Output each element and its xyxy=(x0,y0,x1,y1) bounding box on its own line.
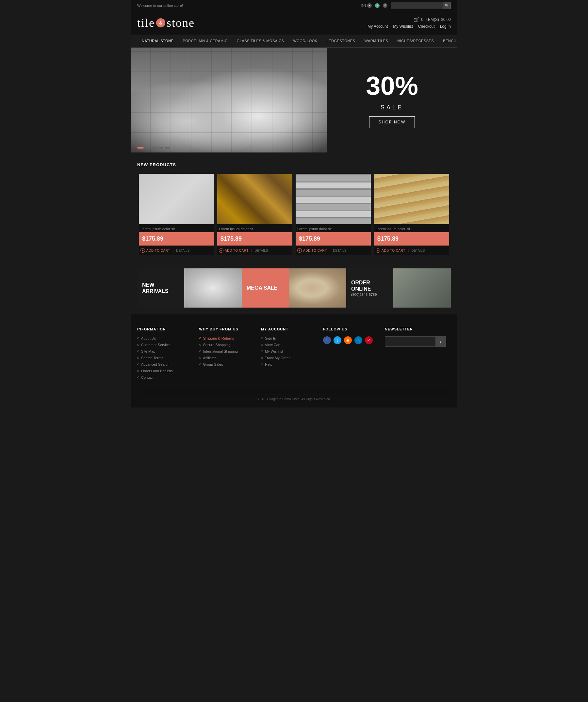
top-bar: Welcome to our online store! EN ▾ $ ⚙ 🔍 xyxy=(131,0,457,11)
footer-dot xyxy=(261,350,263,352)
search-button[interactable]: 🔍 xyxy=(443,2,451,9)
slide-dot-1[interactable] xyxy=(137,147,144,148)
footer-help[interactable]: Help xyxy=(261,362,313,366)
top-search[interactable]: 🔍 xyxy=(391,2,451,9)
twitter-icon[interactable]: t xyxy=(333,336,341,344)
footer-contact[interactable]: Contact xyxy=(137,375,189,379)
hero-dots xyxy=(137,147,170,148)
product-price-3: $175.89 xyxy=(296,232,371,246)
product-image-4[interactable] xyxy=(374,174,449,224)
language-selector[interactable]: EN ▾ xyxy=(361,3,372,8)
add-icon-2: + xyxy=(219,248,223,253)
footer-orders-returns[interactable]: Orders and Returns xyxy=(137,369,189,373)
nav-benches[interactable]: BENCHES xyxy=(438,35,457,47)
footer-my-wishlist[interactable]: My Wishlist xyxy=(261,349,313,353)
product-image-2[interactable] xyxy=(217,174,292,224)
newsletter-submit-button[interactable]: › xyxy=(435,336,446,347)
lang-icon[interactable]: ▾ xyxy=(367,3,372,8)
footer-information: INFORMATION About Us Customer Service Si… xyxy=(137,327,194,382)
rss-icon[interactable]: ◉ xyxy=(344,336,352,344)
footer-follow-us: FOLLOW US f t ◉ in P xyxy=(318,327,380,382)
details-link-3[interactable]: DETAILS xyxy=(333,249,346,252)
add-to-cart-btn-3[interactable]: + ADD TO CART xyxy=(297,248,327,253)
product-card-2: Lorem ipsum dolor sit $175.89 + ADD TO C… xyxy=(217,174,292,255)
cart-items-count: 0 ITEM(S) xyxy=(421,17,439,22)
hero-text-panel: 30% SALE SHOP NOW xyxy=(327,48,457,152)
product-image-3[interactable] xyxy=(296,174,371,224)
site-header: tile & stone 🛒 0 ITEM(S) $0.00 My Accoun… xyxy=(131,11,457,35)
slide-dot-3[interactable] xyxy=(152,147,157,148)
footer-track-order[interactable]: Track My Order xyxy=(261,356,313,360)
nav-ledgestones[interactable]: LEDGESTONES xyxy=(322,35,360,47)
footer-about[interactable]: About Us xyxy=(137,336,189,340)
top-bar-right: EN ▾ $ ⚙ 🔍 xyxy=(361,2,451,9)
site-footer: INFORMATION About Us Customer Service Si… xyxy=(131,314,457,407)
product-image-1[interactable] xyxy=(139,174,214,224)
slide-dot-4[interactable] xyxy=(159,147,163,148)
currency-icon[interactable]: $ xyxy=(375,3,380,8)
banner-mega-sale-title: MEGA SALE xyxy=(247,285,278,291)
footer-newsletter: NEWSLETTER › xyxy=(380,327,451,382)
login-link[interactable]: Log In xyxy=(440,24,451,29)
banner-new-arrivals-image xyxy=(184,268,242,308)
banner-order-online[interactable]: ORDER ONLINE (800)2345-6789 xyxy=(346,268,451,308)
footer-view-cart[interactable]: View Cart xyxy=(261,343,313,347)
add-to-cart-btn-1[interactable]: + ADD TO CART xyxy=(140,248,170,253)
footer-advanced-search[interactable]: Advanced Search xyxy=(137,362,189,366)
footer-site-map[interactable]: Site Map xyxy=(137,349,189,353)
newsletter-input[interactable] xyxy=(385,336,435,347)
cart-total: $0.00 xyxy=(441,17,451,22)
nav-glass-tiles[interactable]: GLASS TILES & MOSAICS xyxy=(232,35,289,47)
slide-dot-2[interactable] xyxy=(145,147,150,148)
lang-label[interactable]: EN xyxy=(361,4,366,7)
add-to-cart-btn-2[interactable]: + ADD TO CART xyxy=(219,248,249,253)
footer-shipping-returns[interactable]: Shipping & Returns xyxy=(199,336,252,340)
footer-dot-coral xyxy=(199,337,201,339)
details-link-2[interactable]: DETAILS xyxy=(255,249,268,252)
facebook-icon[interactable]: f xyxy=(323,336,331,344)
my-wishlist-link[interactable]: My Wishlist xyxy=(393,24,413,29)
banner-mega-sale-image xyxy=(289,268,346,308)
my-account-link[interactable]: My Account xyxy=(368,24,388,29)
footer-international[interactable]: International Shipping xyxy=(199,349,252,353)
footer-dot xyxy=(199,363,201,365)
add-icon-3: + xyxy=(297,248,302,253)
banner-section: NEW ARRIVALS MEGA SALE ORDER ONLINE (800… xyxy=(137,268,451,308)
nav-warm-tiles[interactable]: WARM TILES xyxy=(360,35,393,47)
nav-natural-stone[interactable]: NATURAL STONE xyxy=(137,35,178,47)
footer-columns: INFORMATION About Us Customer Service Si… xyxy=(137,327,451,392)
pinterest-icon[interactable]: P xyxy=(365,336,373,344)
checkout-link[interactable]: Checkout xyxy=(418,24,435,29)
details-link-1[interactable]: DETAILS xyxy=(176,249,189,252)
shop-now-button[interactable]: SHOP NOW xyxy=(369,116,415,128)
search-input[interactable] xyxy=(391,2,443,9)
footer-dot xyxy=(261,344,263,346)
product-actions-4: + ADD TO CART | DETAILS xyxy=(374,246,449,255)
product-price-4: $175.89 xyxy=(374,232,449,246)
footer-sign-in[interactable]: Sign In xyxy=(261,336,313,340)
settings-icon[interactable]: ⚙ xyxy=(383,3,387,8)
footer-search-terms[interactable]: Search Terms xyxy=(137,356,189,360)
slide-dot-5[interactable] xyxy=(165,147,170,148)
nav-niches[interactable]: NICHES/RECESSES xyxy=(393,35,438,47)
cart-info[interactable]: 🛒 0 ITEM(S) $0.00 xyxy=(413,17,451,22)
footer-affiliates[interactable]: Affiliates xyxy=(199,356,252,360)
nav-wood-look[interactable]: WOOD-LOOK xyxy=(288,35,322,47)
banner-new-arrivals[interactable]: NEW ARRIVALS xyxy=(137,268,242,308)
banner-mega-sale[interactable]: MEGA SALE xyxy=(242,268,346,308)
linkedin-icon[interactable]: in xyxy=(355,336,362,344)
banner-order-online-phone: (800)2345-6789 xyxy=(351,292,377,297)
footer-group-sales[interactable]: Group Sales xyxy=(199,362,252,366)
product-price-2: $175.89 xyxy=(217,232,292,246)
nav-porcelain-ceramic[interactable]: PORCELAIN & CERAMIC xyxy=(178,35,232,47)
add-to-cart-btn-4[interactable]: + ADD TO CART xyxy=(376,248,405,253)
footer-secure-shopping[interactable]: Secure Shopping xyxy=(199,343,252,347)
banner-order-online-text: ORDER ONLINE (800)2345-6789 xyxy=(346,268,393,308)
details-link-4[interactable]: DETAILS xyxy=(411,249,425,252)
footer-dot xyxy=(137,376,139,378)
logo[interactable]: tile & stone xyxy=(137,16,195,30)
banner-new-arrivals-text: NEW ARRIVALS xyxy=(137,268,184,308)
new-products-title: NEW PRODUCTS xyxy=(131,152,457,170)
add-icon-4: + xyxy=(376,248,380,253)
footer-customer-service[interactable]: Customer Service xyxy=(137,343,189,347)
